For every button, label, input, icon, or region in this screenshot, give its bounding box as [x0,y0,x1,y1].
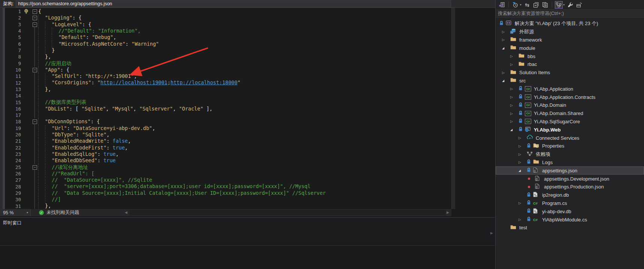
code-line[interactable]: 12"CorsOrigins": "http://localhost:19001… [0,79,451,86]
chevron-collapsed-icon[interactable]: ▷ [518,136,527,140]
tree-item[interactable]: ◢src [496,77,644,85]
tree-item[interactable]: ▷C#Yi.Abp.Domain.Shared [496,109,644,118]
document-health-indicator[interactable]: ✓ 未找到相关问题 [39,209,79,216]
collapse-minus-icon[interactable]: − [33,120,37,124]
tree-item[interactable]: ip2region.db [496,191,644,199]
sync-icon[interactable]: ⇆ [523,1,531,9]
code-line[interactable]: 28// "server=[xxxx];port=3306;database=[… [0,183,451,190]
scroll-left-icon[interactable]: ◀ [125,211,127,214]
code-line[interactable]: 13}, [0,86,451,93]
code-line[interactable]: 18−"DbConnOptions": { [0,118,451,125]
collapse-minus-icon[interactable]: − [33,9,37,14]
chevron-collapsed-icon[interactable]: ▷ [502,30,510,34]
chevron-collapsed-icon[interactable]: ▷ [502,71,510,75]
tree-item[interactable]: ▷rbac [496,60,644,69]
code-line[interactable]: 29// "Data Source=[xxxx];Initial Catalog… [0,190,451,196]
fold-toggle[interactable]: − [31,67,38,73]
code-editor[interactable]: 1−{2−"Logging": {3−"LogLevel": {4//"Defa… [0,8,451,209]
collapse-all-icon[interactable] [532,1,540,9]
show-all-files-icon[interactable] [541,1,549,9]
chevron-expanded-icon[interactable]: ◢ [510,128,518,132]
tree-item[interactable]: ▷C#Yi.Abp.SqlSugarCore [496,118,644,126]
tree-item[interactable]: ▷C#YiAbpWebModule.cs [496,215,644,224]
code-line[interactable]: 4//"Default": "Information", [0,28,451,34]
code-line[interactable]: 19"Url": "DataSource=yi-abp-dev.db", [0,125,451,132]
url-link[interactable]: http://localhost:18000 [170,79,238,86]
code-line[interactable]: 31}, [0,203,451,209]
tree-item[interactable]: 解决方案 'Yi.Abp' (23 个项目, 共 23 个) [496,19,644,28]
tree-item[interactable]: ▷C#Yi.Abp.Application [496,85,644,93]
chevron-collapsed-icon[interactable]: ▷ [510,103,518,107]
code-line[interactable]: 15//数据库类型列表 [0,99,451,105]
chevron-expanded-icon[interactable]: ◢ [518,169,527,172]
schema-combobox[interactable]: https://json.schemastore.org/appsettings… [16,0,451,7]
chevron-collapsed-icon[interactable]: ▷ [518,160,527,164]
chevron-collapsed-icon[interactable]: ▷ [518,152,527,156]
collapse-minus-icon[interactable]: − [33,165,37,170]
tree-item[interactable]: ◢{}appsettings.json [496,166,644,175]
fold-toggle[interactable]: − [31,164,38,170]
chevron-down-icon[interactable]: ▾ [520,3,521,6]
tree-item[interactable]: ▷bbs [496,52,644,60]
collapse-minus-icon[interactable]: − [33,22,37,27]
tree-item[interactable]: ▷Connected Services [496,134,644,142]
tree-item[interactable]: ▷C#Program.cs [496,199,644,208]
chevron-down-icon[interactable]: ▾ [563,3,565,6]
tree-item[interactable]: ▷依赖项 [496,150,644,158]
chevron-collapsed-icon[interactable]: ▷ [518,201,527,205]
code-line[interactable]: 26//"ReadUrl": [ [0,170,451,177]
immediate-window[interactable]: 即时窗口 ▶ [0,217,495,246]
code-line[interactable]: 22"EnabledCodeFirst": true, [0,145,451,151]
code-line[interactable]: 14 [0,93,451,99]
code-line[interactable]: 3−"LogLevel": { [0,21,451,28]
quick-actions-lightbulb-icon[interactable] [21,9,31,14]
code-line[interactable]: 1−{ [0,8,451,15]
zoom-selector[interactable]: 95 % ▾ [0,209,31,216]
horizontal-scrollbar[interactable] [129,210,446,215]
code-line[interactable]: 20"DbType": "Sqlite", [0,132,451,138]
chevron-collapsed-icon[interactable]: ▷ [510,95,518,99]
chevron-collapsed-icon[interactable]: ▷ [510,87,518,91]
vertical-scrollbar[interactable] [451,8,455,209]
chevron-collapsed-icon[interactable]: ▷ [518,144,527,148]
code-line[interactable]: 6"Microsoft.AspNetCore": "Warning" [0,41,451,47]
chevron-collapsed-icon[interactable]: ▷ [510,120,518,123]
fold-toggle[interactable]: − [31,118,38,125]
chevron-collapsed-icon[interactable]: ▷ [510,112,518,115]
fold-toggle[interactable]: − [31,8,38,15]
code-line[interactable]: 16"DbList": [ "Sqlite", "Mysql", "Sqlser… [0,106,451,112]
pending-changes-filter-icon[interactable] [511,1,519,9]
tree-item[interactable]: ▷Solution Items [496,69,644,77]
chevron-collapsed-icon[interactable]: ▷ [510,63,518,66]
collapse-minus-icon[interactable]: − [33,68,37,72]
code-line[interactable]: 5"Default": "Debug", [0,34,451,40]
code-line[interactable]: 25−//读写分离地址 [0,164,451,170]
tree-item[interactable]: test [496,224,644,232]
code-line[interactable]: 2−"Logging": { [0,15,451,21]
tree-item[interactable]: {}appsettings.Development.json [496,175,644,183]
scroll-right-icon[interactable]: ▶ [447,211,449,214]
tree-item[interactable]: ▷Properties [496,142,644,150]
switch-views-icon[interactable] [498,1,506,9]
tree-item[interactable]: ◢Yi.Abp.Web [496,126,644,134]
chevron-collapsed-icon[interactable]: ▷ [502,38,510,42]
scroll-right-icon[interactable]: ▶ [490,231,493,235]
tree-item[interactable]: ◢module [496,44,644,52]
code-line[interactable]: 30//] [0,196,451,203]
chevron-expanded-icon[interactable]: ◢ [502,46,510,50]
code-line[interactable]: 23"EnabledSqlLog": true, [0,151,451,157]
code-line[interactable]: 8}, [0,54,451,60]
tree-item[interactable]: ▷Logs [496,158,644,167]
chevron-collapsed-icon[interactable]: ▷ [518,218,527,221]
properties-icon[interactable] [566,1,574,9]
tree-item[interactable]: ▷外部源 [496,28,644,36]
preview-selected-items-icon[interactable] [575,1,583,9]
code-line[interactable]: 9//应用启动 [0,60,451,67]
url-link[interactable]: http://localhost:19001 [100,79,167,86]
tree-item[interactable]: ▷framework [496,36,644,44]
code-line[interactable]: 10−"App": { [0,67,451,73]
code-line[interactable]: 27// "DataSource=[xxxx]", //Sqlite [0,177,451,183]
collapse-minus-icon[interactable]: − [33,16,37,20]
code-line[interactable]: 24"EnabledDbSeed": true [0,157,451,164]
solution-search-input[interactable]: 搜索解决方案资源管理器(Ctrl+;) [496,10,644,18]
